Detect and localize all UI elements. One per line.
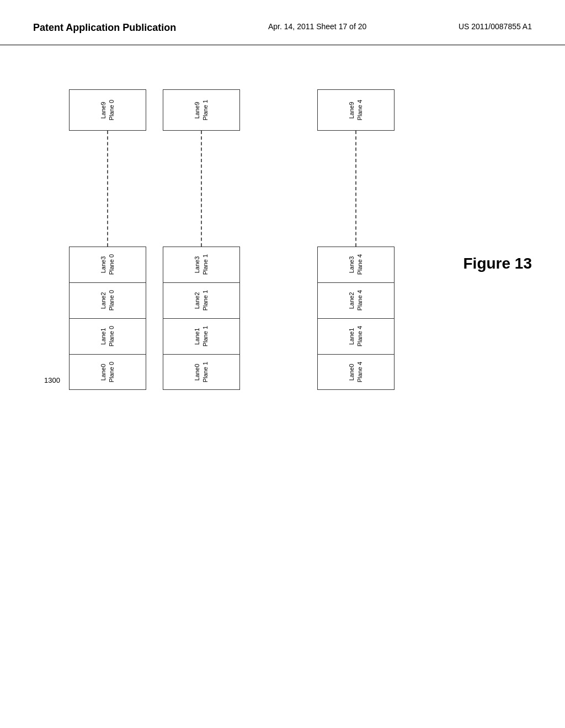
dashed-connector-col4 bbox=[355, 131, 356, 247]
lane-box-1-4: Lane1Plane 4 bbox=[317, 318, 395, 354]
lane-box-top-col0: Lane9Plane 0 bbox=[69, 89, 146, 131]
bottom-stack-col4: Lane3Plane 4 Lane2Plane 4 Lane1Plane 4 L… bbox=[317, 247, 395, 390]
publication-meta: Apr. 14, 2011 Sheet 17 of 20 bbox=[268, 22, 366, 31]
diagram-area: 1300 Lane9Plane 0 Lane3Plane 0 Lane2Plan… bbox=[66, 89, 532, 390]
lane-box-1-1: Lane1Plane 1 bbox=[163, 318, 240, 354]
lane-box-3-4: Lane3Plane 4 bbox=[317, 247, 395, 282]
column-4: Lane9Plane 4 Lane3Plane 4 Lane2Plane 4 L… bbox=[315, 89, 397, 390]
lane-box-3-0: Lane3Plane 0 bbox=[69, 247, 146, 282]
bottom-stack-col0: Lane3Plane 0 Lane2Plane 0 Lane1Plane 0 L… bbox=[69, 247, 146, 390]
lane-box-0-0: Lane0Plane 0 bbox=[69, 354, 146, 390]
lane-box-top-col1: Lane9Plane 1 bbox=[163, 89, 240, 131]
dashed-connector-col0 bbox=[107, 131, 108, 247]
lane-box-3-1: Lane3Plane 1 bbox=[163, 247, 240, 282]
bottom-stack-col1: Lane3Plane 1 Lane2Plane 1 Lane1Plane 1 L… bbox=[163, 247, 240, 390]
lane-label-9-0: Lane9Plane 0 bbox=[99, 100, 116, 120]
diagram-id: 1300 bbox=[44, 376, 60, 384]
lane-box-2-4: Lane2Plane 4 bbox=[317, 282, 395, 318]
publication-number: US 2011/0087855 A1 bbox=[459, 22, 532, 31]
lane-box-0-1: Lane0Plane 1 bbox=[163, 354, 240, 390]
column-0: Lane9Plane 0 Lane3Plane 0 Lane2Plane 0 L… bbox=[66, 89, 149, 390]
main-content: Figure 13 1300 Lane9Plane 0 Lane3Plane 0 bbox=[0, 45, 565, 412]
lane-box-0-4: Lane0Plane 4 bbox=[317, 354, 395, 390]
lane-box-2-1: Lane2Plane 1 bbox=[163, 282, 240, 318]
page-header: Patent Application Publication Apr. 14, … bbox=[0, 0, 565, 45]
lane-box-1-0: Lane1Plane 0 bbox=[69, 318, 146, 354]
dashed-connector-col1 bbox=[201, 131, 202, 247]
columns-container: Lane9Plane 0 Lane3Plane 0 Lane2Plane 0 L… bbox=[66, 89, 532, 390]
lane-box-2-0: Lane2Plane 0 bbox=[69, 282, 146, 318]
lane-box-top-col4: Lane9Plane 4 bbox=[317, 89, 395, 131]
publication-title: Patent Application Publication bbox=[33, 22, 176, 34]
column-1: Lane9Plane 1 Lane3Plane 1 Lane2Plane 1 L… bbox=[160, 89, 243, 390]
